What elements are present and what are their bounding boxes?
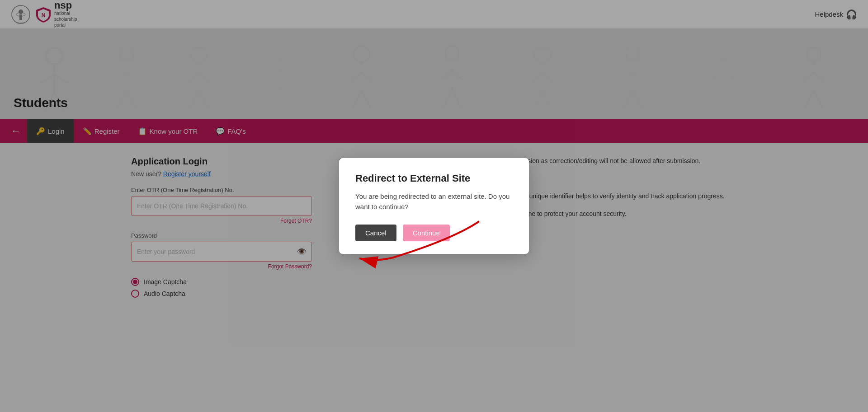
cancel-button[interactable]: Cancel xyxy=(355,225,396,241)
modal-title: Redirect to External Site xyxy=(355,173,513,184)
continue-button[interactable]: Continue xyxy=(403,225,450,241)
modal-overlay: Redirect to External Site You are being … xyxy=(0,0,868,412)
modal-actions: Cancel Continue xyxy=(355,225,513,241)
redirect-modal: Redirect to External Site You are being … xyxy=(339,158,529,254)
modal-body: You are being redirected to an external … xyxy=(355,192,513,212)
